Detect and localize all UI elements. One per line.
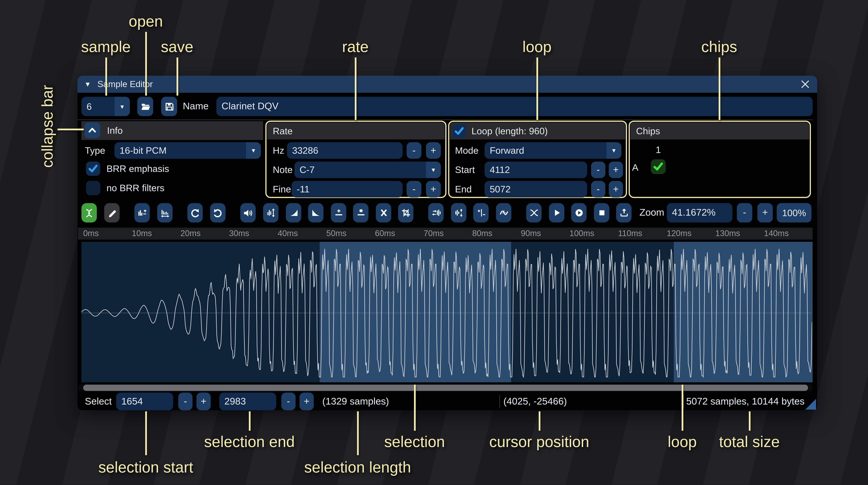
annotation-line xyxy=(145,32,147,96)
signed-unsigned-button[interactable] xyxy=(473,203,489,223)
window-collapse-icon[interactable]: ▼ xyxy=(82,76,94,93)
sample-type-dropdown-button[interactable]: ▼ xyxy=(246,142,261,159)
note-dropdown-button[interactable]: ▼ xyxy=(426,162,441,178)
annotation-line xyxy=(749,412,750,431)
loop-start-input[interactable]: 4112 xyxy=(485,162,587,178)
waveform-display[interactable] xyxy=(82,242,813,382)
zoom-out-button[interactable]: - xyxy=(737,203,752,223)
pencil-icon xyxy=(107,208,117,218)
chips-row-label: A xyxy=(632,160,638,175)
loop-start-decrement-button[interactable]: - xyxy=(591,162,606,178)
preview-button[interactable] xyxy=(549,203,564,223)
selection-region[interactable] xyxy=(319,242,511,382)
apply-silence-button[interactable] xyxy=(353,203,369,223)
loop-mode-select[interactable]: Forward xyxy=(485,142,607,159)
resize-button[interactable] xyxy=(134,203,150,223)
sample-name-input[interactable]: Clarinet DQV xyxy=(216,97,812,116)
titlebar[interactable] xyxy=(77,76,817,93)
filter-curve-icon xyxy=(499,208,508,217)
edit-select-button[interactable] xyxy=(82,203,97,223)
annotation-line xyxy=(105,57,107,96)
zoom-in-button[interactable]: + xyxy=(757,203,773,223)
selection-end-input[interactable]: 2983 xyxy=(219,392,276,410)
hz-increment-button[interactable]: + xyxy=(426,142,441,159)
brr-emphasis-checkbox[interactable] xyxy=(86,162,100,176)
undo-icon xyxy=(190,208,200,218)
close-icon[interactable] xyxy=(800,79,810,89)
selection-end-increment-button[interactable]: + xyxy=(300,392,314,410)
waveform-plus-icon xyxy=(137,208,147,217)
amplify-button[interactable] xyxy=(240,203,256,223)
reverse-button[interactable] xyxy=(428,203,444,223)
fine-decrement-button[interactable]: - xyxy=(407,181,421,197)
ruler-tick: 40ms xyxy=(278,229,298,238)
annotation-line xyxy=(145,412,147,455)
selection-start-increment-button[interactable]: + xyxy=(196,392,211,410)
hz-decrement-button[interactable]: - xyxy=(407,142,421,159)
selection-end-decrement-button[interactable]: - xyxy=(281,392,296,410)
stop-button[interactable] xyxy=(594,203,609,223)
loop-mode-dropdown-button[interactable]: ▼ xyxy=(607,142,621,159)
hz-input[interactable]: 33286 xyxy=(287,142,403,159)
collapse-bar-button[interactable] xyxy=(84,122,100,138)
loop-end-decrement-button[interactable]: - xyxy=(591,181,606,197)
undo-button[interactable] xyxy=(187,203,203,223)
insert-silence-button[interactable] xyxy=(331,203,346,223)
annotation-cursor-position: cursor position xyxy=(489,433,589,451)
export-button[interactable] xyxy=(616,203,631,223)
loop-panel-title: Loop (length: 960) xyxy=(471,122,548,139)
no-brr-filters-checkbox[interactable] xyxy=(86,181,100,195)
apply-filter-button[interactable] xyxy=(496,203,512,223)
zoom-input[interactable]: 41.1672% xyxy=(667,203,732,223)
ruler-tick: 140ms xyxy=(764,229,789,238)
loop-end-input[interactable]: 5072 xyxy=(485,181,587,197)
redo-icon xyxy=(213,208,223,218)
loop-start-increment-button[interactable]: + xyxy=(609,162,623,178)
chip-a1-checkbox[interactable] xyxy=(651,159,665,174)
annotation-line xyxy=(536,57,538,120)
crop-icon xyxy=(401,208,410,217)
waveform-scrollbar[interactable] xyxy=(78,384,812,391)
fade-in-icon xyxy=(289,208,298,217)
annotation-selection-length: selection length xyxy=(304,459,411,477)
chips-panel-title: Chips xyxy=(636,125,660,136)
selection-start-decrement-button[interactable]: - xyxy=(178,392,192,410)
fade-in-button[interactable] xyxy=(286,203,301,223)
ruler-tick: 10ms xyxy=(132,229,152,238)
delete-button[interactable] xyxy=(376,203,391,223)
sample-number-dropdown-button[interactable]: ▼ xyxy=(115,97,130,116)
trim-button[interactable] xyxy=(398,203,413,223)
fine-increment-button[interactable]: + xyxy=(426,181,441,197)
selection-start-input[interactable]: 1654 xyxy=(116,392,173,410)
play-icon xyxy=(552,208,561,217)
sample-number-select[interactable]: 6 xyxy=(82,97,115,116)
loop-enable-checkbox[interactable] xyxy=(452,124,466,138)
open-sample-button[interactable] xyxy=(137,97,153,116)
waveform-canvas[interactable] xyxy=(82,242,812,382)
normalize-button[interactable] xyxy=(263,203,278,223)
waveform-section: 0ms10ms20ms30ms40ms50ms60ms70ms80ms90ms1… xyxy=(0,0,868,485)
note-select[interactable]: C-7 xyxy=(294,162,426,178)
invert-button[interactable] xyxy=(451,203,466,223)
crossfade-loop-button[interactable] xyxy=(526,203,541,223)
fade-out-button[interactable] xyxy=(308,203,323,223)
resample-button[interactable] xyxy=(157,203,173,223)
ruler-tick: 100ms xyxy=(569,229,594,238)
zoom-reset-button[interactable]: 100% xyxy=(777,203,811,223)
ruler-tick: 110ms xyxy=(618,229,642,238)
statusbar-divider xyxy=(499,395,500,408)
redo-button[interactable] xyxy=(210,203,225,223)
loop-end-increment-button[interactable]: + xyxy=(609,181,623,197)
fine-label: Fine xyxy=(273,181,291,197)
scrollbar-thumb[interactable] xyxy=(83,384,808,391)
total-size-text: 5072 samples, 10144 bytes xyxy=(686,392,805,410)
preview-cursor-button[interactable] xyxy=(571,203,587,223)
fine-input[interactable]: -11 xyxy=(291,181,403,197)
sample-type-select[interactable]: 16-bit PCM xyxy=(115,142,246,159)
draw-pencil-button[interactable] xyxy=(104,203,120,223)
window-resize-grip[interactable] xyxy=(805,399,816,410)
save-sample-button[interactable] xyxy=(161,97,177,116)
annotation-collapse-bar: collapse bar xyxy=(39,85,57,168)
silence-plus-icon xyxy=(334,208,343,217)
timeline-ruler[interactable]: 0ms10ms20ms30ms40ms50ms60ms70ms80ms90ms1… xyxy=(78,228,812,239)
